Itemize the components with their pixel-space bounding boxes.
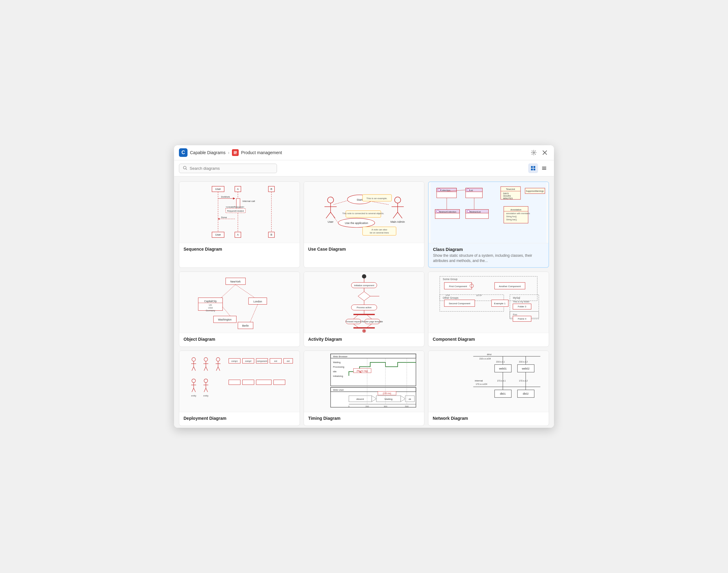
view-toggle-group: [528, 163, 549, 173]
settings-button[interactable]: [529, 148, 538, 157]
svg-text:User: User: [215, 233, 221, 236]
svg-text:web01: web01: [499, 367, 507, 370]
svg-text:Forward request: Forward request: [346, 320, 361, 323]
svg-text:Start: Start: [357, 198, 362, 201]
svg-rect-197: [229, 380, 241, 384]
svg-text:TimeUnit: TimeUnit: [506, 188, 515, 191]
svg-point-113: [362, 274, 366, 278]
svg-text:Second Component: Second Component: [449, 302, 471, 305]
svg-text:RequestCreated: RequestCreated: [227, 210, 244, 212]
svg-text:String foo(): String foo(): [506, 215, 517, 218]
diagram-preview-usecase: User Main Admin Start Use the applicatio…: [304, 182, 424, 243]
diagram-title-timing: Timing Diagram: [308, 416, 420, 421]
svg-text:Web User: Web User: [333, 388, 344, 391]
svg-text:A note can also: A note can also: [371, 228, 387, 231]
svg-text:Initialize component: Initialize component: [354, 284, 374, 286]
list-view-button[interactable]: [539, 163, 549, 173]
svg-text:Frame 4: Frame 4: [518, 317, 526, 320]
diagram-card-network[interactable]: dmz 210.x.x.x/24 210.x.x.1 210.x.x.2 web…: [428, 351, 549, 426]
grid-view-button[interactable]: [528, 163, 538, 173]
svg-text:Main Admin: Main Admin: [391, 220, 405, 223]
search-input[interactable]: [190, 166, 273, 171]
svg-text:300: 300: [383, 405, 387, 408]
diagram-card-usecase[interactable]: User Main Admin Start Use the applicatio…: [304, 181, 425, 268]
diagram-card-activity[interactable]: Initialize component Process action Forw…: [304, 271, 425, 347]
diagram-card-component[interactable]: Some Group First Component Another Compo…: [428, 271, 549, 347]
diagram-info-deployment: Deployment Diagram: [179, 412, 300, 426]
svg-text:Germany: Germany: [206, 309, 215, 312]
svg-text:ext: ext: [274, 360, 277, 362]
diagram-card-object[interactable]: NewYork CapitalCity UK USA Germany Londo…: [179, 271, 300, 347]
svg-text:NewYork: NewYork: [230, 280, 241, 283]
svg-text:210.x.x.2: 210.x.x.2: [519, 360, 528, 363]
svg-text:Other Groups: Other Groups: [443, 296, 458, 299]
svg-text:172.x.x.x/24: 172.x.x.x/24: [476, 383, 487, 385]
diagram-title-usecase: Use Case Diagram: [308, 247, 420, 252]
svg-text:HTTP: HTTP: [476, 294, 482, 296]
svg-rect-3: [531, 166, 533, 168]
diagram-card-timing[interactable]: Web Browser Waiting Processing idle Init…: [304, 351, 425, 426]
svg-rect-204: [330, 354, 416, 386]
svg-text:210.x.x.x/24: 210.x.x.x/24: [479, 357, 491, 359]
svg-text:ok: ok: [408, 398, 411, 401]
diagram-preview-activity: Initialize component Process action Forw…: [304, 272, 424, 333]
svg-text:Processing: Processing: [333, 365, 345, 368]
diagram-title-deployment: Deployment Diagram: [184, 416, 295, 421]
svg-text:172.x.x.1: 172.x.x.1: [497, 379, 506, 381]
diagram-info-object: Object Diagram: [179, 333, 300, 347]
diagram-card-sequence[interactable]: User A B DoWork Internal cal: [179, 181, 300, 268]
svg-text:Internal call: Internal call: [242, 200, 255, 203]
svg-rect-200: [274, 380, 285, 384]
svg-text:DAYS: DAYS: [503, 193, 509, 195]
diagram-preview-network: dmz 210.x.x.x/24 210.x.x.1 210.x.x.2 web…: [428, 351, 549, 412]
svg-text:idle: idle: [333, 370, 337, 373]
svg-text:DoWork: DoWork: [221, 196, 230, 198]
search-icon: [183, 166, 187, 171]
diagram-info-activity: Activity Diagram: [304, 333, 424, 347]
svg-text:User: User: [327, 220, 333, 223]
diagram-title-component: Component Diagram: [433, 337, 544, 342]
svg-text:Folder 3: Folder 3: [518, 305, 526, 308]
svg-text:Render page template: Render page template: [362, 320, 383, 323]
svg-rect-4: [533, 166, 535, 168]
svg-rect-5: [531, 168, 533, 170]
diagram-title-sequence: Sequence Diagram: [184, 247, 295, 252]
svg-text:Another Component: Another Component: [499, 285, 521, 288]
diagram-preview-sequence: User A B DoWork Internal cal: [179, 182, 300, 243]
svg-point-78: [437, 210, 439, 213]
breadcrumb-icon: [232, 149, 239, 156]
svg-rect-198: [242, 380, 254, 384]
diagram-card-class[interactable]: Collection List TimeUnit DAYS HOURS MINU…: [428, 181, 549, 268]
svg-text:db02: db02: [523, 392, 529, 395]
svg-text:User: User: [215, 188, 221, 191]
svg-text:annotation with members: annotation with members: [506, 212, 530, 214]
svg-text:MySql: MySql: [513, 296, 520, 299]
svg-text:AbstractCollection: AbstractCollection: [439, 211, 456, 213]
svg-text:London: London: [253, 300, 262, 303]
svg-text:A: A: [237, 188, 239, 191]
diagram-title-activity: Activity Diagram: [308, 337, 420, 342]
close-button[interactable]: [540, 148, 549, 157]
svg-point-62: [438, 189, 440, 191]
diagram-info-class: Class Diagram Show the static structure …: [429, 243, 549, 267]
svg-text:Web Browser: Web Browser: [333, 355, 348, 358]
diagram-info-timing: Timing Diagram: [304, 412, 424, 426]
diagram-info-usecase: Use Case Diagram: [304, 243, 424, 256]
svg-text:This note is connected to seve: This note is connected to several object…: [342, 212, 384, 215]
svg-text:This is an example.: This is an example.: [366, 197, 387, 200]
svg-text:500: 500: [405, 405, 408, 408]
svg-text:Washington: Washington: [218, 318, 231, 321]
svg-text:Collection: Collection: [440, 189, 451, 192]
svg-text:comp1: comp1: [231, 360, 238, 362]
diagram-info-component: Component Diagram: [428, 333, 549, 347]
diagram-card-deployment[interactable]: comp1 comp2 component ext ext: [179, 351, 300, 426]
svg-text:210.x.x.1: 210.x.x.1: [497, 360, 505, 363]
svg-rect-235: [431, 351, 547, 412]
svg-text:ext: ext: [287, 360, 290, 362]
svg-text:USA: USA: [208, 306, 213, 309]
svg-text:{150 ms}: {150 ms}: [383, 392, 391, 395]
svg-text:Process action: Process action: [357, 306, 372, 309]
app-window: C Capable Diagrams › Product management: [174, 145, 554, 428]
svg-text:Absent: Absent: [356, 398, 364, 401]
svg-text:web02: web02: [522, 367, 530, 370]
